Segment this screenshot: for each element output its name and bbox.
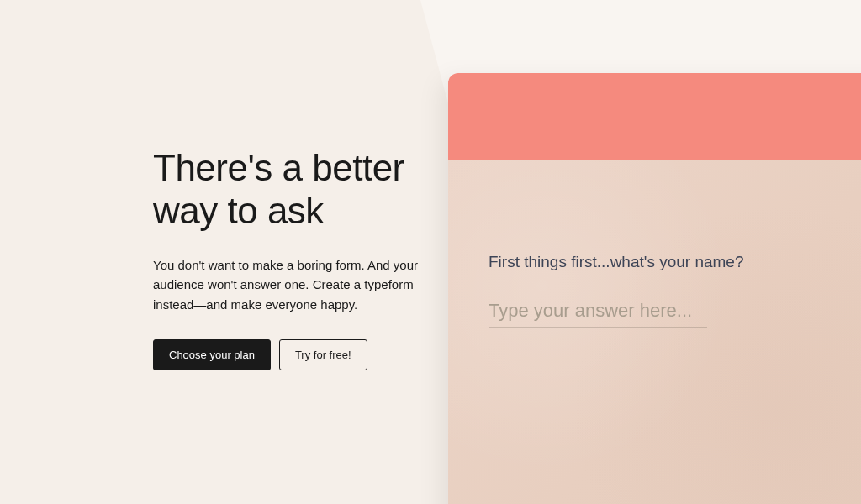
cta-button-row: Choose your plan Try for free! (153, 339, 420, 370)
form-preview-card: First things first...what's your name? (448, 73, 861, 504)
hero-body-text: You don't want to make a boring form. An… (153, 255, 420, 314)
form-body: First things first...what's your name? (448, 160, 861, 504)
choose-plan-button[interactable]: Choose your plan (153, 339, 271, 370)
form-question-text: First things first...what's your name? (489, 253, 861, 271)
form-answer-input[interactable] (489, 295, 707, 328)
hero-headline: There's a better way to ask (153, 147, 420, 232)
try-free-button[interactable]: Try for free! (279, 339, 367, 370)
content-wrapper: There's a better way to ask You don't wa… (0, 0, 861, 504)
hero-column: There's a better way to ask You don't wa… (0, 0, 446, 504)
form-header-bar (448, 73, 861, 160)
